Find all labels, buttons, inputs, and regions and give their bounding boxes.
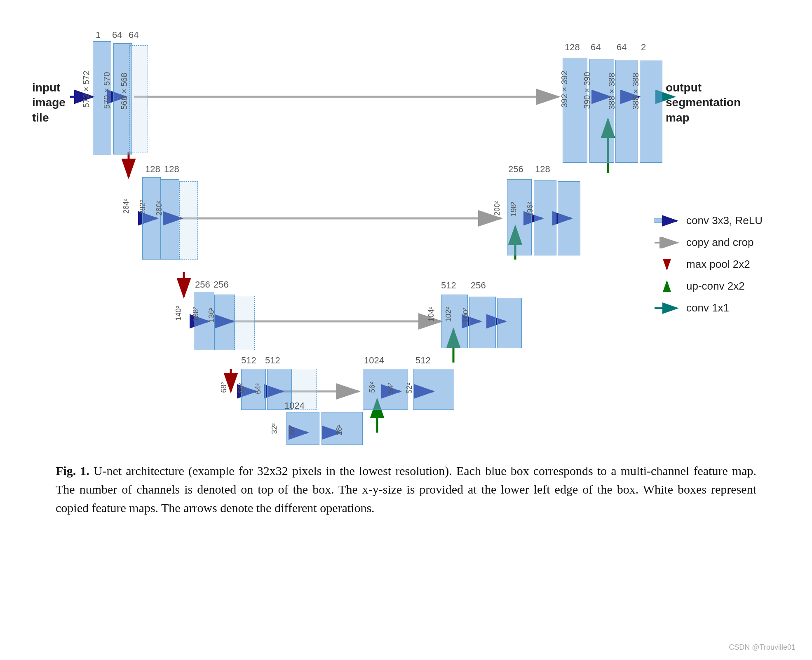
feat-box-l2-3 [179,181,198,260]
ch-label-128a: 128 [145,164,160,175]
ch-label-128b: 128 [164,164,179,175]
size-568x568: 568 × 568 [120,73,129,110]
ch-label-64d: 64 [617,42,627,53]
ch-label-64b: 64 [129,30,138,40]
ch-label-256a: 256 [195,279,210,290]
feat-box-l3-3 [234,296,255,350]
feat-box-d3-2 [534,180,556,255]
ch-label-2: 2 [641,42,646,53]
upconv-arrow-icon [654,281,681,292]
legend-copy-crop-label: copy and crop [686,236,753,249]
size-102: 102² [444,307,453,322]
ch-label-1024b: 1024 [364,355,384,366]
conv1x1-arrow-icon [654,302,681,314]
legend: conv 3x3, ReLU copy and crop [654,214,763,314]
size-64: 64² [254,383,263,394]
ch-label-1: 1 [96,30,101,40]
size-28: 28² [335,424,344,435]
size-388b: 388 × 388 [631,73,641,110]
feat-box-l2-1 [142,177,161,260]
size-284: 284² [122,199,131,213]
output-label: outputsegmentationmap [666,80,741,125]
ch-label-512a: 512 [241,355,256,366]
feat-box-d3-1 [507,179,532,255]
size-570x570: 570 × 570 [102,72,112,109]
size-30: 30² [288,424,296,435]
figure-caption: Fig. 1. U-net architecture (example for … [56,461,756,517]
size-32: 32² [270,423,279,434]
size-388a: 388 × 388 [607,73,617,110]
size-392: 392 × 392 [560,71,569,108]
feat-box-l3-2 [214,295,235,350]
legend-upconv-label: up-conv 2x2 [686,280,745,293]
size-52: 52² [405,383,414,393]
size-200: 200² [493,201,502,215]
legend-conv3x3-label: conv 3x3, ReLU [686,214,763,227]
ch-label-64a: 64 [112,30,122,40]
size-54: 54² [387,382,395,393]
diagram-area: 1 64 64 128 128 256 256 512 512 1024 102… [25,16,787,449]
legend-maxpool: max pool 2x2 [654,258,763,271]
svg-rect-36 [654,219,662,223]
legend-conv1x1-label: conv 1x1 [686,302,729,314]
conv3x3-arrow-icon [654,215,681,227]
legend-maxpool-label: max pool 2x2 [686,258,750,271]
feat-box-l5-4 [413,369,454,410]
caption-text: U-net architecture (example for 32x32 pi… [56,464,756,515]
size-100: 100² [462,307,470,322]
copy-crop-arrow-icon [654,237,681,248]
ch-label-512b: 512 [265,355,280,366]
size-68: 68² [220,382,228,393]
main-container: 1 64 64 128 128 256 256 512 512 1024 102… [0,0,812,660]
watermark: CSDN @Trouville01 [729,643,796,652]
size-572x572: 572 × 572 [82,71,91,108]
feat-box-d4-3 [497,298,522,348]
size-56: 56² [368,382,377,393]
legend-conv3x3: conv 3x3, ReLU [654,214,763,227]
fig-label: Fig. 1. [56,464,89,477]
feat-box-l2-2 [161,179,179,260]
feat-box-d4-2 [469,297,496,348]
feat-box-d3-3 [558,181,580,255]
ch-label-512d: 512 [441,280,456,291]
ch-label-256d: 256 [508,164,523,175]
size-66: 66² [237,383,246,393]
size-282: 282² [138,200,147,215]
size-198: 198² [509,201,518,216]
size-138: 138² [192,307,200,321]
maxpool-arrow-icon [654,259,681,270]
ch-label-128d: 128 [565,42,580,53]
ch-label-512c: 512 [415,355,431,366]
input-label: inputimagetile [32,80,66,125]
legend-copy-crop: copy and crop [654,236,763,249]
feat-box-d2-4 [640,61,662,163]
ch-label-128c: 128 [535,164,550,175]
ch-label-256b: 256 [214,279,229,290]
feat-box-l1-3 [129,45,148,152]
size-280: 280² [155,201,164,215]
size-390: 390 × 390 [582,72,592,109]
size-136: 136² [207,307,216,322]
legend-upconv: up-conv 2x2 [654,280,763,293]
ch-label-64c: 64 [591,42,601,53]
ch-label-256c: 256 [471,280,486,291]
ch-label-1024a: 1024 [284,400,305,411]
size-196: 196² [526,202,535,217]
size-104: 104² [427,307,436,321]
size-140: 140² [174,306,183,321]
legend-conv1x1: conv 1x1 [654,302,763,314]
